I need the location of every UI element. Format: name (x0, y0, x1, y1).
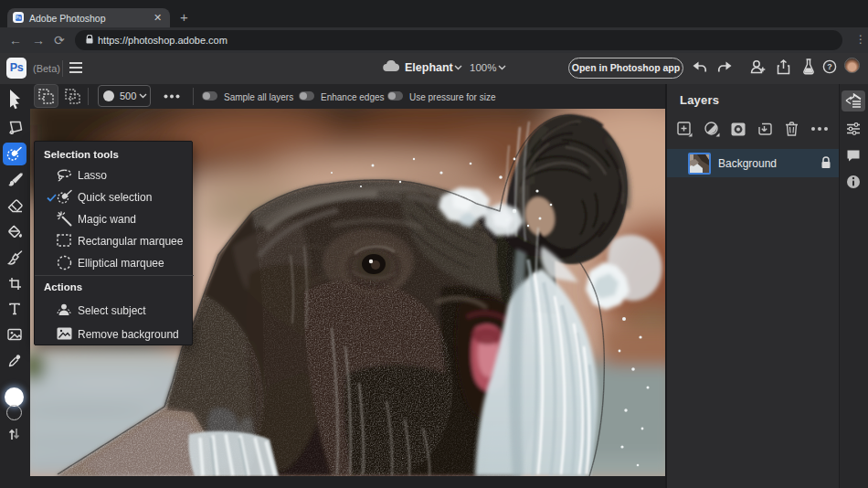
svg-text:?: ? (827, 62, 832, 71)
